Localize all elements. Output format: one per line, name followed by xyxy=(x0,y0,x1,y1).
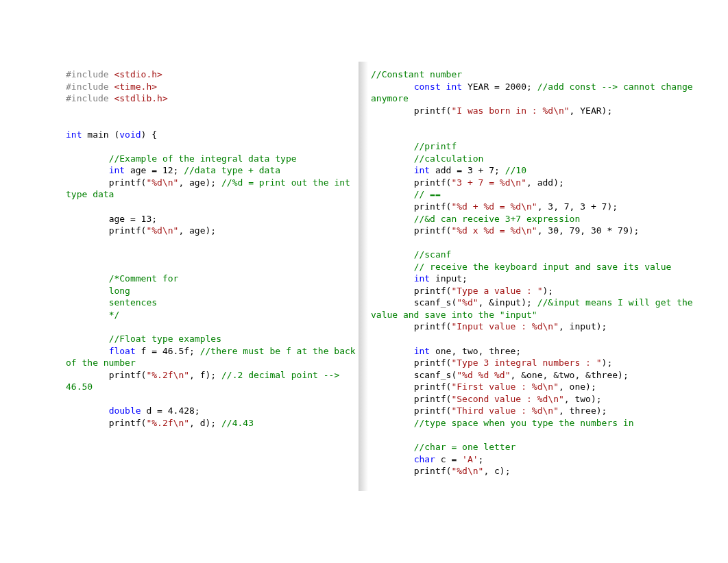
string: "%d x %d = %d\n" xyxy=(451,225,537,236)
keyword-double: double xyxy=(109,405,141,416)
keyword-char: char xyxy=(414,454,435,464)
comment: //data type + data xyxy=(184,165,280,175)
keyword-int: int xyxy=(414,273,430,284)
code-text: printf( xyxy=(414,381,452,392)
keyword-float: float xyxy=(109,346,136,356)
code-text: printf( xyxy=(414,286,452,296)
string: "%d" xyxy=(457,297,478,308)
code-text: printf( xyxy=(414,201,452,212)
keyword-int: int xyxy=(446,82,462,92)
code-text: printf( xyxy=(414,225,452,236)
string: "Type 3 integral numbers : " xyxy=(451,358,601,368)
preproc: #include xyxy=(66,82,114,92)
code-text: printf( xyxy=(414,466,452,476)
comment: //10 xyxy=(505,165,526,175)
code-text: d = 4.428; xyxy=(141,405,200,416)
code-text: printf( xyxy=(414,394,452,404)
comment: //calculation xyxy=(414,153,484,164)
comment: // == xyxy=(414,189,441,199)
code-text: main ( xyxy=(82,129,119,140)
code-text: , three); xyxy=(559,405,607,416)
comment: //scanf xyxy=(414,249,452,260)
string: "Type a value : " xyxy=(451,286,542,296)
code-text: , two); xyxy=(564,394,602,404)
code-text: printf( xyxy=(414,358,452,368)
code-text: YEAR = 2000; xyxy=(462,82,537,92)
string: "Input value : %d\n" xyxy=(451,321,559,331)
preproc: #include xyxy=(66,93,114,103)
comment: //printf xyxy=(414,141,457,151)
code-text: , YEAR); xyxy=(570,105,613,116)
keyword-int: int xyxy=(414,165,430,175)
include-header: <stdio.h> xyxy=(114,69,162,79)
comment: //type space when you type the numbers i… xyxy=(414,418,634,428)
string: "%d + %d = %d\n" xyxy=(451,201,537,212)
code-text: printf( xyxy=(414,405,452,416)
comment: //Constant number xyxy=(371,69,462,79)
char-literal: 'A' xyxy=(462,454,478,464)
code-text: ) { xyxy=(141,129,157,140)
code-text: ); xyxy=(542,286,553,296)
code-text: age = 12; xyxy=(125,165,184,175)
comment: // receive the keyboard input and save i… xyxy=(414,262,672,272)
code-text: one, two, three; xyxy=(430,346,521,356)
string: "%d %d %d" xyxy=(457,370,510,380)
include-header: <stdlib.h> xyxy=(114,93,167,103)
comment: //char = one letter xyxy=(414,442,516,452)
keyword-void: void xyxy=(119,129,141,140)
code-text: , &input); xyxy=(478,297,537,308)
keyword-int: int xyxy=(109,165,125,175)
code-text: age = 13; xyxy=(109,214,157,224)
code-text: , add); xyxy=(526,177,564,188)
code-text: ); xyxy=(602,358,613,368)
keyword-int: int xyxy=(414,346,430,356)
preproc: #include xyxy=(66,69,114,79)
right-column: //Constant number const int YEAR = 2000;… xyxy=(364,68,728,477)
string: "%d\n" xyxy=(451,466,483,476)
string: "%d\n" xyxy=(146,225,178,236)
keyword-int: int xyxy=(66,129,82,140)
code-text: printf( xyxy=(109,225,147,236)
code-text: , 3, 7, 3 + 7); xyxy=(537,201,618,212)
code-text: printf( xyxy=(414,321,452,331)
include-header: <time.h> xyxy=(114,82,157,92)
code-text: , f); xyxy=(189,370,221,380)
code-text: , &one, &two, &three); xyxy=(511,370,629,380)
comment: //&d can receive 3+7 expression xyxy=(414,214,581,224)
code-columns: #include <stdio.h> #include <time.h> #in… xyxy=(0,0,728,477)
code-text: , input); xyxy=(559,321,607,331)
code-text: printf( xyxy=(414,105,452,116)
code-text: printf( xyxy=(109,177,147,188)
keyword-const: const xyxy=(414,82,441,92)
code-text: input; xyxy=(430,273,468,284)
string: "Second value : %d\n" xyxy=(451,394,563,404)
string: "3 + 7 = %d\n" xyxy=(451,177,526,188)
code-text: , age); xyxy=(178,177,221,188)
comment: //Float type examples xyxy=(109,334,221,344)
code-text: scanf_s( xyxy=(414,370,457,380)
code-text: f = 46.5f; xyxy=(136,346,200,356)
code-text: ; xyxy=(478,454,484,464)
code-text: printf( xyxy=(414,177,452,188)
string: "%.2f\n" xyxy=(146,418,189,428)
left-column: #include <stdio.h> #include <time.h> #in… xyxy=(0,68,364,477)
string: "I was born in : %d\n" xyxy=(451,105,569,116)
comment-block: /*Comment for long sentences */ xyxy=(66,273,178,320)
string: "Third value : %d\n" xyxy=(451,405,559,416)
code-text: , d); xyxy=(189,418,221,428)
code-text: printf( xyxy=(109,418,147,428)
code-text: c = xyxy=(435,454,462,464)
comment: //4.43 xyxy=(221,418,254,428)
string: "%.2f\n" xyxy=(146,370,189,380)
code-text: add = 3 + 7; xyxy=(430,165,505,175)
code-text: , c); xyxy=(483,466,510,476)
comment: //Example of the integral data type xyxy=(109,153,297,164)
code-text: printf( xyxy=(109,370,147,380)
code-text: scanf_s( xyxy=(414,297,457,308)
code-text: , age); xyxy=(178,225,216,236)
string: "%d\n" xyxy=(146,177,178,188)
string: "First value : %d\n" xyxy=(451,381,559,392)
code-text: , one); xyxy=(559,381,596,392)
code-text: , 30, 79, 30 * 79); xyxy=(537,225,640,236)
